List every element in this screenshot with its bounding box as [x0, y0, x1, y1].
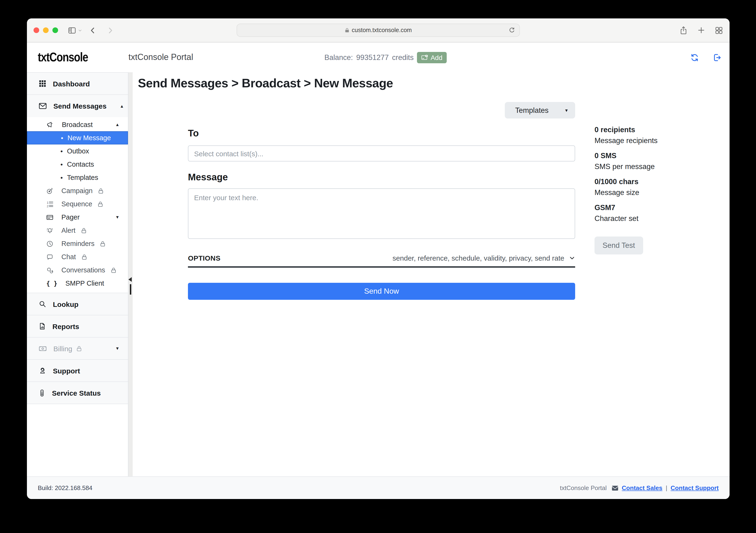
stat-value: 0 SMS — [595, 150, 708, 161]
conversations-icon — [46, 267, 53, 274]
stat-chars: 0/1000 chars Message size — [595, 176, 708, 198]
status-traffic-light-icon — [39, 389, 45, 397]
lock-icon — [81, 227, 87, 233]
tab-overview-icon[interactable] — [715, 26, 723, 34]
browser-window: custom.txtconsole.com txtConsole tx — [27, 18, 730, 499]
send-test-button[interactable]: Send Test — [595, 236, 643, 254]
sidebar-label: Reminders — [61, 240, 94, 247]
stat-value: 0 recipients — [595, 124, 708, 135]
pager-card-icon — [46, 214, 53, 221]
sidebar-label: Templates — [67, 174, 98, 181]
sidebar-item-support[interactable]: Support — [27, 360, 128, 382]
bullet-icon: • — [61, 174, 63, 181]
sidebar-item-smpp-client[interactable]: { } SMPP Client — [27, 277, 128, 290]
sidebar-item-service-status[interactable]: Service Status — [27, 382, 128, 404]
zoom-window-button[interactable] — [52, 27, 58, 33]
send-messages-submenu: Broadcast ▲ • New Message • Outbox • — [27, 117, 128, 293]
address-bar[interactable]: custom.txtconsole.com — [236, 24, 520, 37]
bullet-icon: • — [61, 161, 63, 168]
sidebar-item-alert[interactable]: Alert — [27, 224, 128, 237]
stat-value: 0/1000 chars — [595, 176, 708, 187]
sidebar-item-pager[interactable]: Pager ▼ — [27, 211, 128, 224]
lock-icon — [98, 188, 104, 194]
support-agent-icon — [39, 367, 46, 374]
search-icon — [39, 300, 46, 308]
sidebar-item-lookup[interactable]: Lookup — [27, 293, 128, 315]
minimize-window-button[interactable] — [43, 27, 49, 33]
sidebar-collapse-arrow-icon[interactable] — [128, 277, 132, 282]
send-now-button[interactable]: Send Now — [188, 283, 575, 300]
collapse-caret-icon[interactable]: ▲ — [120, 104, 124, 108]
forward-button[interactable] — [106, 26, 114, 34]
sidebar-item-dashboard[interactable]: Dashboard — [27, 73, 128, 95]
sidebar-item-billing[interactable]: Billing ▼ — [27, 337, 128, 360]
collapse-caret-icon[interactable]: ▲ — [115, 122, 120, 127]
sidebar-item-broadcast[interactable]: Broadcast ▲ — [27, 118, 128, 131]
balance-display: Balance: 99351277 credits Add — [324, 52, 447, 63]
back-button[interactable] — [89, 26, 97, 34]
balance-label: Balance: — [324, 53, 353, 62]
sidebar-resize-rail[interactable] — [128, 72, 133, 476]
sidebar-label: Broadcast — [62, 121, 93, 128]
braces-icon: { } — [46, 280, 57, 287]
templates-dropdown-label: Templates — [515, 106, 549, 115]
screen: custom.txtconsole.com txtConsole tx — [0, 0, 756, 533]
sidebar-item-chat[interactable]: Chat — [27, 250, 128, 263]
portal-title: txtConsole Portal — [128, 52, 193, 62]
message-textarea[interactable] — [188, 188, 575, 239]
to-label: To — [188, 128, 575, 139]
sidebar-item-campaign[interactable]: Campaign — [27, 184, 128, 197]
message-stats-panel: 0 recipients Message recipients 0 SMS SM… — [595, 124, 708, 254]
templates-dropdown[interactable]: Templates ▼ — [505, 102, 575, 119]
contact-sales-link[interactable]: Contact Sales — [622, 484, 662, 492]
stat-caption: SMS per message — [595, 161, 708, 172]
sidebar-label: Service Status — [52, 389, 101, 397]
stat-caption: Character set — [595, 213, 708, 224]
sidebar-item-reports[interactable]: Reports — [27, 315, 128, 337]
credit-card-icon — [421, 55, 428, 60]
options-accordion[interactable]: OPTIONS sender, reference, schedule, val… — [188, 254, 575, 268]
expand-caret-icon[interactable]: ▼ — [115, 215, 120, 220]
footer-portal-name: txtConsole Portal — [560, 484, 607, 492]
sidebar-item-send-messages[interactable]: Send Messages ▲ — [27, 95, 128, 117]
balance-unit: credits — [392, 53, 414, 62]
contact-list-input[interactable] — [188, 146, 575, 161]
add-button-label: Add — [431, 54, 443, 61]
alert-bell-icon — [46, 227, 53, 234]
sidebar-item-contacts[interactable]: • Contacts — [27, 158, 128, 171]
reload-icon[interactable] — [509, 27, 515, 34]
lock-icon — [110, 267, 117, 273]
bullet-icon: • — [61, 147, 63, 155]
new-tab-icon[interactable] — [697, 26, 705, 34]
sidebar-item-conversations[interactable]: Conversations — [27, 263, 128, 277]
sidebar-label: Outbox — [67, 147, 89, 155]
sidebar-item-reminders[interactable]: Reminders — [27, 237, 128, 250]
contact-support-link[interactable]: Contact Support — [670, 484, 719, 492]
sidebar-toggle-icon[interactable] — [68, 26, 76, 34]
logout-icon[interactable] — [712, 53, 721, 62]
app-header: txtConsole txtConsole Portal Balance: 99… — [27, 42, 730, 72]
sidebar-nav: Dashboard Send Messages ▲ Broadc — [27, 72, 128, 476]
sidebar-item-new-message[interactable]: • New Message — [27, 131, 128, 145]
sidebar-label: New Message — [68, 134, 111, 142]
lock-icon — [100, 241, 106, 247]
refresh-session-icon[interactable] — [690, 53, 699, 62]
rail-scrollbar-thumb[interactable] — [130, 284, 131, 295]
sidebar-item-outbox[interactable]: • Outbox — [27, 145, 128, 158]
window-controls — [34, 27, 58, 33]
add-credits-button[interactable]: Add — [417, 52, 447, 63]
bullet-icon: • — [61, 134, 63, 142]
message-label: Message — [188, 172, 575, 183]
numbered-list-icon: 12 — [46, 200, 53, 207]
tls-lock-icon — [345, 27, 349, 33]
svg-text:1: 1 — [47, 200, 48, 204]
build-version: Build: 2022.168.584 — [38, 484, 92, 492]
expand-caret-icon[interactable]: ▼ — [115, 346, 120, 351]
share-icon[interactable] — [680, 26, 688, 35]
envelope-icon — [39, 102, 47, 110]
sidebar-item-templates[interactable]: • Templates — [27, 171, 128, 184]
sidebar-item-sequence[interactable]: 12 Sequence — [27, 197, 128, 211]
sidebar-menu-chevron-icon[interactable] — [78, 28, 82, 32]
close-window-button[interactable] — [34, 27, 39, 33]
sidebar-label: SMPP Client — [66, 280, 104, 287]
